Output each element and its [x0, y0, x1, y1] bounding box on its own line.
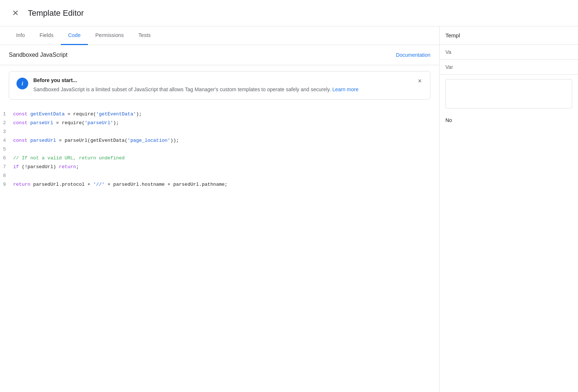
- code-line: 1 const getEventData = require('getEvent…: [0, 110, 439, 119]
- section-header: Sandboxed JavaScript Documentation: [0, 45, 439, 65]
- tab-bar: Info Fields Code Permissions Tests: [0, 26, 439, 45]
- banner-title: Before you start...: [33, 77, 423, 83]
- line-content: return parsedUrl.protocol + '//' + parse…: [13, 180, 430, 189]
- info-icon: i: [22, 81, 23, 87]
- line-content: const parsedUrl = parseUrl(getEventData(…: [13, 136, 430, 145]
- header: ✕ Template Editor: [0, 0, 578, 26]
- right-panel-var-sub: Var: [440, 60, 578, 75]
- info-banner: i Before you start... Sandboxed JavaScri…: [9, 71, 430, 100]
- line-number: 1: [0, 110, 13, 118]
- tab-tests[interactable]: Tests: [131, 26, 158, 45]
- line-number: 5: [0, 145, 13, 154]
- code-line: 4 const parsedUrl = parseUrl(getEventDat…: [0, 136, 439, 145]
- info-content: Before you start... Sandboxed JavaScript…: [33, 77, 423, 93]
- banner-text: Sandboxed JavaScript is a limited subset…: [33, 85, 423, 93]
- tab-info[interactable]: Info: [9, 26, 32, 45]
- section-title: Sandboxed JavaScript: [9, 52, 67, 58]
- tab-fields[interactable]: Fields: [32, 26, 61, 45]
- right-panel: Templ Va Var No: [440, 26, 578, 392]
- line-number: 4: [0, 136, 13, 145]
- line-number: 9: [0, 180, 13, 189]
- close-icon: ✕: [12, 8, 19, 18]
- code-line: 3: [0, 127, 439, 136]
- documentation-link[interactable]: Documentation: [396, 52, 430, 58]
- code-line: 7 if (!parsedUrl) return;: [0, 163, 439, 171]
- code-line: 2 const parseUrl = require('parseUrl');: [0, 119, 439, 127]
- code-line: 9 return parsedUrl.protocol + '//' + par…: [0, 180, 439, 189]
- right-panel-note: No: [440, 113, 578, 127]
- page-title: Template Editor: [28, 8, 84, 18]
- main-layout: Info Fields Code Permissions Tests Sandb…: [0, 26, 578, 392]
- close-button[interactable]: ✕: [9, 7, 22, 20]
- line-content: if (!parsedUrl) return;: [13, 163, 430, 171]
- left-panel: Info Fields Code Permissions Tests Sandb…: [0, 26, 440, 392]
- line-content: const parseUrl = require('parseUrl');: [13, 119, 430, 127]
- line-number: 6: [0, 154, 13, 162]
- banner-close-button[interactable]: ×: [415, 76, 425, 86]
- line-number: 2: [0, 119, 13, 127]
- line-content: // If not a valid URL, return undefined: [13, 154, 430, 162]
- code-line: 5: [0, 145, 439, 154]
- right-panel-var-label: Va: [440, 45, 578, 60]
- line-number: 8: [0, 171, 13, 180]
- line-number: 7: [0, 163, 13, 171]
- tab-code[interactable]: Code: [61, 26, 88, 45]
- line-number: 3: [0, 127, 13, 136]
- learn-more-link[interactable]: Learn more: [332, 86, 359, 92]
- code-line: 6 // If not a valid URL, return undefine…: [0, 154, 439, 163]
- right-panel-box: [445, 79, 572, 108]
- line-content: const getEventData = require('getEventDa…: [13, 110, 430, 118]
- right-panel-header: Templ: [440, 26, 578, 45]
- code-line: 8: [0, 171, 439, 180]
- tab-permissions[interactable]: Permissions: [88, 26, 131, 45]
- banner-close-icon: ×: [418, 77, 422, 85]
- info-icon-circle: i: [16, 78, 28, 89]
- code-editor[interactable]: 1 const getEventData = require('getEvent…: [0, 106, 439, 392]
